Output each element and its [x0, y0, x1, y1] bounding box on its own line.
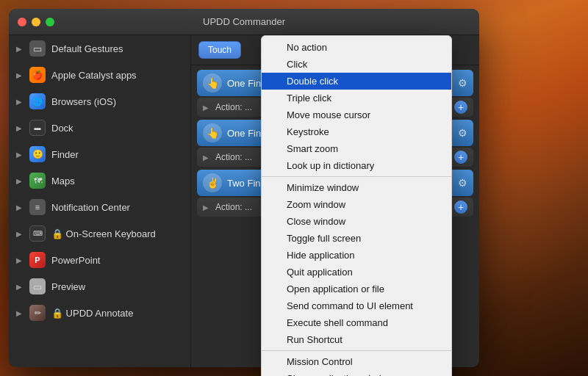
- action-expand-arrow-2: ▶: [203, 153, 210, 162]
- menu-item-open-app-file[interactable]: Open application or file: [262, 281, 451, 297]
- menu-item-label-double-click: Double click: [287, 76, 338, 87]
- sidebar: ▶ ▭ Default Gestures ▶ 🍎 Apple Catalyst …: [9, 35, 191, 367]
- add-action-2[interactable]: +: [454, 151, 467, 164]
- touch-button[interactable]: Touch: [198, 41, 241, 59]
- expand-arrow: ▶: [16, 256, 24, 264]
- sidebar-item-notification-center[interactable]: ▶ ≡ Notification Center: [9, 194, 190, 220]
- menu-item-show-app-windows[interactable]: Show application windows: [262, 370, 451, 376]
- annotate-icon: ✏: [29, 305, 46, 321]
- expand-arrow: ▶: [16, 124, 24, 132]
- menu-item-label-click: Click: [287, 59, 307, 70]
- menu-separator-run-shortcut: [262, 350, 451, 351]
- menu-separator-look-up: [262, 176, 451, 177]
- action-expand-arrow-3: ▶: [203, 203, 210, 212]
- menu-item-label-toggle-fullscreen: Toggle full screen: [287, 233, 361, 244]
- default-gestures-icon: ▭: [29, 40, 46, 57]
- menu-item-triple-click[interactable]: Triple click: [262, 90, 451, 106]
- sidebar-item-apple-catalyst[interactable]: ▶ 🍎 Apple Catalyst apps: [9, 62, 190, 88]
- expand-arrow: ▶: [16, 177, 24, 185]
- menu-item-label-run-shortcut: Run Shortcut: [287, 334, 343, 345]
- apple-catalyst-icon: 🍎: [29, 67, 46, 83]
- sidebar-label: Finder: [51, 149, 79, 160]
- preview-icon: ▭: [29, 278, 46, 294]
- sidebar-label: Apple Catalyst apps: [51, 70, 137, 81]
- expand-arrow: ▶: [16, 203, 24, 212]
- gesture-icon-2: 👆: [203, 123, 222, 142]
- sidebar-label: PowerPoint: [51, 255, 100, 266]
- menu-item-look-up[interactable]: Look up in dictionary: [262, 157, 451, 174]
- menu-item-label-hide-app: Hide application: [287, 250, 355, 261]
- menu-item-hide-app[interactable]: Hide application: [262, 247, 451, 264]
- gear-icon-2[interactable]: ⚙: [458, 127, 467, 139]
- sidebar-label: Notification Center: [51, 202, 130, 213]
- menu-item-label-smart-zoom: Smart zoom: [287, 143, 338, 154]
- browsers-icon: 🌐: [29, 93, 46, 109]
- menu-item-keystroke[interactable]: Keystroke: [262, 123, 451, 140]
- menu-item-label-move-mouse: Move mouse cursor: [287, 109, 370, 120]
- sidebar-label: Browsers (iOS): [51, 96, 116, 107]
- menu-item-label-zoom-window: Zoom window: [287, 199, 345, 210]
- menu-item-label-show-app-windows: Show application windows: [287, 373, 398, 376]
- powerpoint-icon: P: [29, 252, 46, 268]
- menu-item-label-execute-shell: Execute shell command: [287, 317, 388, 328]
- menu-item-minimize-window[interactable]: Minimize window: [262, 179, 451, 196]
- close-button[interactable]: [18, 18, 26, 26]
- menu-item-label-open-app-file: Open application or file: [287, 283, 384, 294]
- menu-item-move-mouse[interactable]: Move mouse cursor: [262, 106, 451, 123]
- expand-arrow: ▶: [16, 283, 24, 291]
- expand-arrow: ▶: [16, 71, 24, 79]
- menu-item-zoom-window[interactable]: Zoom window: [262, 196, 451, 213]
- notification-icon: ≡: [29, 199, 46, 215]
- sidebar-item-dock[interactable]: ▶ ▬ Dock: [9, 115, 190, 141]
- context-dropdown-menu: No actionClickDouble clickTriple clickMo…: [261, 35, 452, 376]
- expand-arrow: ▶: [16, 98, 24, 106]
- menu-item-toggle-fullscreen[interactable]: Toggle full screen: [262, 230, 451, 247]
- sidebar-label: 🔒 UPDD Annotate: [51, 308, 133, 319]
- menu-item-label-no-action: No action: [287, 42, 327, 53]
- sidebar-item-powerpoint[interactable]: ▶ P PowerPoint: [9, 247, 190, 273]
- menu-item-label-send-command: Send command to UI element: [287, 300, 413, 311]
- add-action-1[interactable]: +: [454, 101, 467, 114]
- menu-item-no-action[interactable]: No action: [262, 39, 451, 56]
- gear-icon-1[interactable]: ⚙: [458, 77, 467, 89]
- menu-item-mission-control[interactable]: Mission Control: [262, 353, 451, 370]
- sidebar-label: Preview: [51, 281, 85, 292]
- menu-item-run-shortcut[interactable]: Run Shortcut: [262, 331, 451, 348]
- menu-item-click[interactable]: Click: [262, 56, 451, 73]
- menu-item-quit-app[interactable]: Quit application: [262, 264, 451, 281]
- sidebar-label: Maps: [51, 176, 75, 187]
- action-expand-arrow-1: ▶: [203, 104, 210, 112]
- sidebar-label: Dock: [51, 123, 74, 134]
- expand-arrow: ▶: [16, 45, 24, 53]
- menu-item-label-close-window: Close window: [287, 216, 345, 227]
- menu-item-send-command[interactable]: Send command to UI element: [262, 297, 451, 314]
- menu-item-close-window[interactable]: Close window: [262, 213, 451, 230]
- sidebar-item-updd-annotate[interactable]: ▶ ✏ 🔒 UPDD Annotate: [9, 300, 190, 326]
- gesture-icon-3: ✌: [203, 173, 222, 192]
- expand-arrow: ▶: [16, 151, 24, 159]
- dock-icon: ▬: [29, 120, 46, 136]
- menu-item-label-keystroke: Keystroke: [287, 126, 329, 137]
- menu-item-label-look-up: Look up in dictionary: [287, 160, 374, 171]
- sidebar-item-browsers-ios[interactable]: ▶ 🌐 Browsers (iOS): [9, 88, 190, 115]
- maximize-button[interactable]: [46, 18, 54, 26]
- sidebar-item-default-gestures[interactable]: ▶ ▭ Default Gestures: [9, 35, 190, 62]
- menu-item-smart-zoom[interactable]: Smart zoom: [262, 140, 451, 157]
- sidebar-item-maps[interactable]: ▶ 🗺 Maps: [9, 167, 190, 194]
- sidebar-item-on-screen-keyboard[interactable]: ▶ ⌨ 🔒 On-Screen Keyboard: [9, 220, 190, 247]
- menu-item-label-quit-app: Quit application: [287, 267, 353, 278]
- sidebar-item-preview[interactable]: ▶ ▭ Preview: [9, 273, 190, 300]
- gear-icon-3[interactable]: ⚙: [458, 177, 467, 189]
- sidebar-item-finder[interactable]: ▶ 🙂 Finder: [9, 141, 190, 167]
- menu-item-execute-shell[interactable]: Execute shell command: [262, 314, 451, 331]
- traffic-lights: [18, 18, 54, 26]
- add-action-3[interactable]: +: [454, 200, 467, 214]
- maps-icon: 🗺: [29, 173, 46, 189]
- menu-item-double-click[interactable]: Double click: [262, 73, 451, 90]
- expand-arrow: ▶: [16, 309, 24, 317]
- sidebar-label: 🔒 On-Screen Keyboard: [51, 228, 156, 239]
- keyboard-icon: ⌨: [29, 225, 46, 242]
- menu-item-label-triple-click: Triple click: [287, 93, 331, 104]
- expand-arrow: ▶: [16, 230, 24, 238]
- minimize-button[interactable]: [32, 18, 40, 26]
